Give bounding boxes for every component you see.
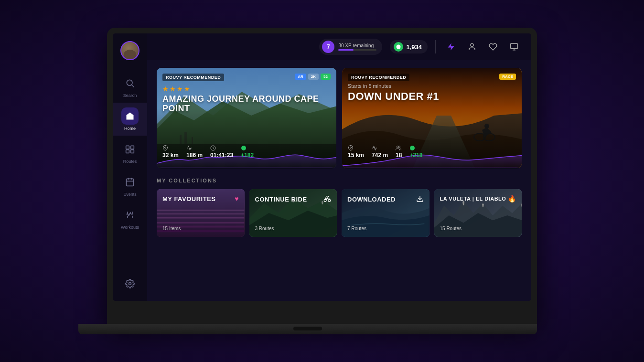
cape-time: 01:41:23 [210, 152, 233, 159]
main-content: 7 30 XP remaining [147, 33, 531, 301]
svg-rect-3 [131, 146, 134, 149]
svg-point-31 [397, 146, 399, 148]
xp-text: 30 XP remaining [338, 43, 376, 48]
vuleta-title: LA VULETA | EL DIABLO [440, 196, 506, 202]
svg-point-30 [350, 147, 352, 149]
collection-favourites[interactable]: MY FAVOURITES ♥ 15 Items [157, 189, 245, 237]
laptop-wrapper: Search Home [93, 28, 551, 334]
header-icons [443, 39, 522, 54]
score-value: 1,934 [406, 43, 422, 51]
collection-downloaded[interactable]: DOWNLOADED [342, 189, 429, 237]
downloaded-title: DOWNLOADED [347, 196, 396, 203]
sidebar-item-events[interactable]: Events [113, 169, 147, 202]
bike-icon [323, 195, 331, 204]
laptop-base [78, 324, 537, 334]
sidebar-item-home[interactable]: Home [113, 103, 147, 136]
svg-rect-4 [126, 150, 129, 153]
svg-rect-2 [126, 146, 129, 149]
tag-52: 52 [321, 74, 331, 80]
xp-fill [338, 49, 354, 51]
svg-point-23 [165, 147, 166, 149]
svg-line-1 [132, 85, 134, 87]
svg-point-0 [127, 80, 132, 85]
svg-point-25 [241, 146, 246, 150]
avatar[interactable] [120, 41, 140, 60]
svg-rect-6 [127, 179, 134, 186]
featured-row: ROUVY Recommended AR 2K 52 ★★★★ AMAZING … [157, 68, 522, 168]
cape-point-badge: ROUVY Recommended [162, 74, 224, 81]
content-area: ROUVY Recommended AR 2K 52 ★★★★ AMAZING … [147, 60, 531, 301]
score-badge: 1,934 [390, 40, 428, 53]
header: 7 30 XP remaining [147, 33, 531, 60]
heart-icon-btn[interactable] [485, 39, 501, 54]
sidebar-item-workouts[interactable]: Workouts [113, 202, 147, 234]
svg-rect-13 [511, 43, 518, 49]
card-stars: ★★★★ [162, 85, 331, 93]
sidebar-item-settings[interactable] [113, 274, 147, 293]
fire-icon: 🔥 [508, 195, 516, 202]
downloaded-count: 7 Routes [347, 226, 424, 231]
tag-2k: 2K [308, 74, 319, 80]
featured-card-down-under[interactable]: ROUVY Recommended RACE Starts in 5 minut… [342, 68, 522, 168]
down-under-subtitle: Starts in 5 minutes [348, 83, 516, 89]
down-under-badge: ROUVY Recommended [348, 74, 409, 81]
collection-la-vuleta[interactable]: LA VULETA | EL DIABLO 🔥 15 Routes [434, 189, 522, 237]
collections-section: MY COLLECTIONS [157, 178, 522, 237]
svg-rect-5 [131, 150, 134, 153]
laptop-outer: Search Home [107, 28, 537, 324]
vuleta-count: 15 Routes [440, 226, 516, 231]
svg-point-12 [471, 43, 473, 46]
svg-point-10 [129, 283, 131, 285]
heart-icon: ♥ [235, 195, 238, 202]
collections-title: MY COLLECTIONS [157, 178, 522, 183]
continue-ride-title: CONTINUE RIDE [255, 196, 307, 203]
sidebar: Search Home [113, 33, 147, 301]
xp-container: 7 30 XP remaining [319, 39, 382, 55]
download-icon [416, 195, 424, 204]
level-badge: 7 [322, 41, 334, 53]
lightning-icon-btn[interactable] [443, 39, 459, 54]
featured-card-cape-point[interactable]: ROUVY Recommended AR 2K 52 ★★★★ AMAZING … [157, 68, 336, 168]
svg-point-11 [397, 45, 401, 49]
favourites-count: 15 Items [162, 226, 239, 231]
down-elev: 742 m [372, 152, 388, 159]
xp-bar [338, 49, 376, 51]
cape-xp: +182 [241, 152, 254, 159]
display-icon-btn[interactable] [506, 39, 522, 54]
score-icon [394, 42, 403, 52]
collection-continue-ride[interactable]: CONTINUE RIDE [249, 189, 337, 237]
profile-icon-btn[interactable] [464, 39, 480, 54]
cape-dist: 32 km [162, 152, 179, 159]
down-dist: 15 km [348, 152, 364, 159]
cape-elev: 186 m [186, 152, 203, 159]
tag-race: RACE [499, 74, 516, 80]
sidebar-item-routes[interactable]: Routes [113, 136, 147, 169]
down-xp: +218 [409, 152, 422, 159]
continue-ride-count: 3 Routes [255, 226, 332, 231]
tag-ar: AR [295, 74, 306, 80]
favourites-title: MY FAVOURITES [162, 195, 215, 202]
laptop-screen: Search Home [113, 33, 531, 301]
sidebar-item-search[interactable]: Search [113, 70, 147, 103]
down-under-title: DOWN UNDER #1 [348, 91, 516, 102]
svg-point-32 [410, 146, 415, 150]
cape-point-title: AMAZING JOURNEY AROUND CAPE POINT [162, 95, 331, 114]
down-users: 18 [396, 152, 402, 159]
header-divider [435, 40, 436, 53]
collections-row: MY FAVOURITES ♥ 15 Items [157, 189, 522, 237]
